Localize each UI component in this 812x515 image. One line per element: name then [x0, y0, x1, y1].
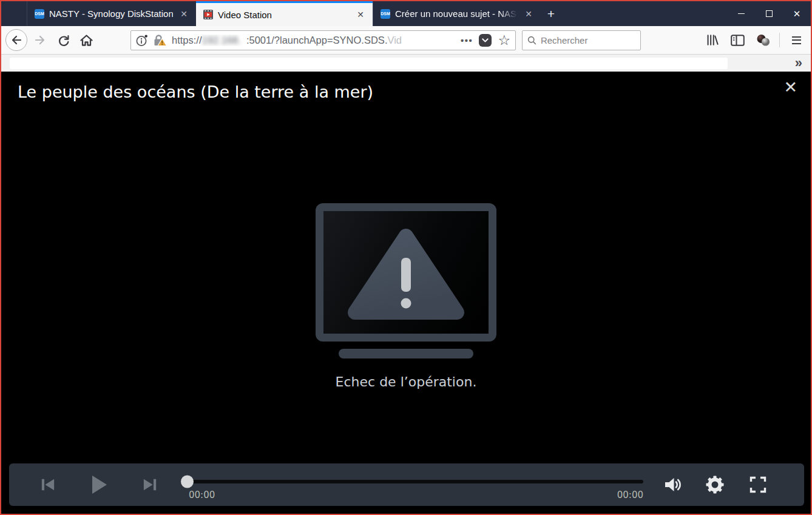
- insecure-connection-lock-icon[interactable]: [152, 33, 167, 47]
- tab-bar: DSM NASTY - Synology DiskStation ✕ Video…: [1, 1, 811, 26]
- video-station-favicon-icon: [203, 10, 213, 19]
- minimize-button[interactable]: [727, 1, 755, 26]
- home-button[interactable]: [76, 30, 96, 50]
- warning-triangle-icon: [345, 220, 467, 325]
- sidebar-icon: [731, 35, 745, 46]
- bookmarks-bar: »: [1, 55, 811, 72]
- library-button[interactable]: [701, 30, 723, 50]
- back-arrow-icon: [10, 34, 22, 46]
- bookmark-star-icon[interactable]: ☆: [498, 33, 510, 47]
- tab-close-icon[interactable]: ✕: [178, 8, 190, 19]
- bookmarks-toolbar-empty: [10, 58, 728, 69]
- dsm-favicon-icon: DSM: [381, 9, 390, 19]
- video-player: Le peuple des océans (De la terre à la m…: [1, 72, 811, 514]
- home-icon: [80, 34, 93, 47]
- previous-track-icon: [40, 477, 56, 492]
- volume-button[interactable]: [664, 476, 683, 493]
- duration-time: 00:00: [595, 490, 643, 500]
- previous-button[interactable]: [40, 477, 56, 492]
- tab-creer-nouveau-sujet[interactable]: DSM Créer un nouveau sujet - NAS-F ✕: [373, 1, 541, 26]
- toolbar-separator: [779, 33, 780, 47]
- tab-nasty-diskstation[interactable]: DSM NASTY - Synology DiskStation ✕: [27, 1, 196, 26]
- tab-label: Video Station: [218, 10, 272, 20]
- url-bar[interactable]: https://192.168. :5001/?launchApp=SYNO.S…: [130, 30, 516, 50]
- maximize-icon: [766, 10, 773, 17]
- monitor-stand: [339, 349, 473, 358]
- forward-button[interactable]: [30, 30, 50, 50]
- hamburger-icon: [792, 36, 801, 38]
- fullscreen-button[interactable]: [749, 476, 767, 494]
- reload-button[interactable]: [53, 30, 73, 50]
- url-text: https://192.168. :5001/?launchApp=SYNO.S…: [172, 35, 457, 46]
- tab-close-icon[interactable]: ✕: [523, 8, 535, 19]
- sidebar-toggle-button[interactable]: [726, 30, 748, 50]
- gear-icon: [705, 475, 725, 494]
- monitor-error-icon: [316, 203, 496, 342]
- dsm-favicon-icon: DSM: [35, 9, 44, 19]
- player-control-bar: 00:00 00:00: [9, 463, 804, 506]
- maximize-button[interactable]: [755, 1, 783, 26]
- tab-video-station[interactable]: Video Station ✕: [196, 1, 373, 26]
- playback-error-block: Echec de l’opération.: [316, 203, 496, 389]
- search-input[interactable]: [541, 35, 635, 45]
- close-window-button[interactable]: ✕: [783, 1, 811, 26]
- library-icon: [705, 33, 719, 47]
- bookmarks-overflow-button[interactable]: »: [795, 56, 802, 70]
- fullscreen-icon: [749, 476, 767, 494]
- play-button[interactable]: [89, 474, 109, 495]
- page-actions-icon[interactable]: •••: [461, 35, 473, 45]
- menu-button[interactable]: [785, 30, 807, 50]
- reload-icon: [57, 34, 70, 47]
- seek-bar[interactable]: [183, 480, 643, 483]
- browser-window: DSM NASTY - Synology DiskStation ✕ Video…: [0, 0, 812, 515]
- video-title: Le peuple des océans (De la terre à la m…: [18, 82, 373, 101]
- play-icon: [89, 474, 109, 495]
- tab-label: Créer un nouveau sujet - NAS-F: [395, 8, 518, 19]
- page-info-icon[interactable]: [136, 34, 148, 47]
- current-time: 00:00: [189, 490, 215, 500]
- new-tab-button[interactable]: +: [541, 1, 561, 26]
- tab-close-icon[interactable]: ✕: [354, 9, 367, 20]
- search-bar[interactable]: [522, 30, 641, 50]
- back-button[interactable]: [5, 29, 27, 51]
- window-controls: ✕: [727, 1, 811, 26]
- seek-handle[interactable]: [181, 476, 194, 488]
- settings-button[interactable]: [705, 475, 725, 494]
- tab-label: NASTY - Synology DiskStation: [49, 8, 173, 19]
- next-button[interactable]: [142, 477, 158, 492]
- error-message: Echec de l’opération.: [336, 374, 477, 389]
- censored-host: 192.168.: [202, 35, 241, 45]
- volume-icon: [664, 476, 683, 493]
- forward-arrow-icon: [34, 34, 46, 46]
- pocket-icon[interactable]: [479, 34, 492, 47]
- extension-orbs-icon[interactable]: [752, 30, 774, 50]
- player-close-button[interactable]: ✕: [783, 79, 797, 95]
- navigation-toolbar: https://192.168. :5001/?launchApp=SYNO.S…: [1, 26, 811, 55]
- search-icon: [527, 35, 536, 45]
- pocket-chevron-icon: [481, 36, 489, 44]
- minimize-icon: [738, 13, 745, 15]
- next-track-icon: [142, 477, 158, 492]
